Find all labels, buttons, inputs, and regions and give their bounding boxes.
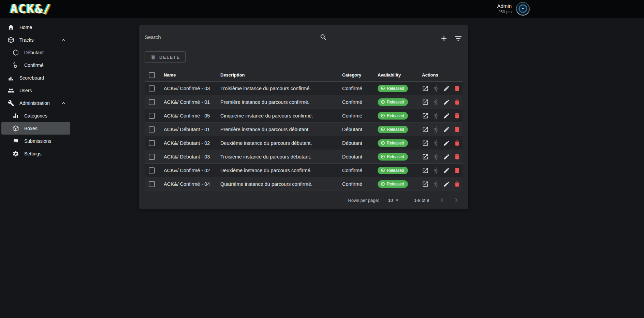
row-category: Confirmé xyxy=(342,86,378,91)
status-badge-label: Released xyxy=(387,86,404,91)
sidebar-item-label: Categories xyxy=(24,113,47,119)
sidebar-item-categories[interactable]: Categories xyxy=(1,109,70,122)
app-logo[interactable]: ACK&/ xyxy=(10,2,51,16)
table-row[interactable]: ACK&/ Confirmé - 03 Troisième instance d… xyxy=(145,82,463,95)
walkthrough-button[interactable] xyxy=(433,85,439,92)
table-row[interactable]: ACK&/ Débutant - 02 Deuxième instance du… xyxy=(145,136,463,150)
next-page-button[interactable] xyxy=(452,196,460,204)
table-row[interactable]: ACK&/ Confirmé - 05 Cinquième instance d… xyxy=(145,109,463,123)
row-category: Confirmé xyxy=(342,181,378,187)
open-in-new-icon xyxy=(422,112,429,119)
pencil-icon xyxy=(443,153,450,160)
sidebar-item-scoreboard[interactable]: Scoreboard xyxy=(1,71,70,84)
open-box-button[interactable] xyxy=(422,112,429,119)
edit-box-button[interactable] xyxy=(443,112,450,119)
sidebar-item-settings[interactable]: Settings xyxy=(1,147,70,160)
edit-box-button[interactable] xyxy=(443,126,450,133)
header-description: Description xyxy=(220,72,342,78)
status-badge: Released xyxy=(378,85,408,92)
sidebar-item-home[interactable]: Home xyxy=(1,21,70,33)
table-row[interactable]: ACK&/ Confirmé - 02 Deuxième instance du… xyxy=(145,164,463,177)
user-avatar[interactable] xyxy=(516,2,530,16)
walkthrough-button[interactable] xyxy=(433,126,439,133)
search-icon[interactable] xyxy=(320,33,327,41)
select-all-checkbox[interactable] xyxy=(149,72,155,78)
table-row[interactable]: ACK&/ Débutant - 03 Troisième instance d… xyxy=(145,150,463,164)
delete-selected-button[interactable]: DELETE xyxy=(145,51,186,63)
walk-icon xyxy=(433,126,439,133)
walkthrough-button[interactable] xyxy=(433,167,439,174)
delete-box-button[interactable] xyxy=(454,167,460,174)
row-checkbox[interactable] xyxy=(149,126,155,133)
row-category: Débutant xyxy=(342,127,378,132)
open-box-button[interactable] xyxy=(422,153,429,160)
previous-page-button[interactable] xyxy=(438,196,446,204)
delete-box-button[interactable] xyxy=(454,126,460,133)
row-checkbox[interactable] xyxy=(149,167,155,174)
walkthrough-button[interactable] xyxy=(433,140,439,147)
sidebar-item-label: Settings xyxy=(24,151,42,156)
sidebar-item-boxes[interactable]: Boxes xyxy=(1,122,70,135)
row-checkbox[interactable] xyxy=(149,99,155,105)
released-icon xyxy=(381,100,385,104)
delete-box-button[interactable] xyxy=(454,181,460,188)
edit-box-button[interactable] xyxy=(443,140,450,147)
sidebar-item-submissions[interactable]: Submissions xyxy=(1,135,70,147)
walk-icon xyxy=(433,167,439,174)
open-box-button[interactable] xyxy=(422,99,429,106)
open-in-new-icon xyxy=(422,140,429,147)
chart-bars-icon xyxy=(12,112,19,119)
delete-box-button[interactable] xyxy=(454,99,460,106)
sidebar-item-tracks[interactable]: Tracks xyxy=(1,33,70,46)
table-row[interactable]: ACK&/ Confirmé - 01 Première instance du… xyxy=(145,95,463,109)
open-box-button[interactable] xyxy=(422,167,429,174)
row-checkbox[interactable] xyxy=(149,85,155,92)
row-checkbox[interactable] xyxy=(149,154,155,160)
filter-button[interactable] xyxy=(454,34,463,43)
wrench-icon xyxy=(8,100,14,107)
open-box-button[interactable] xyxy=(422,181,429,188)
sidebar-item-confirme[interactable]: Confirmé xyxy=(1,59,70,71)
open-in-new-icon xyxy=(422,126,429,133)
status-badge: Released xyxy=(378,126,408,133)
row-checkbox[interactable] xyxy=(149,113,155,119)
table-row[interactable]: ACK&/ Débutant - 01 Première instance du… xyxy=(145,123,463,136)
open-box-button[interactable] xyxy=(422,140,429,147)
table-row[interactable]: ACK&/ Confirmé - 04 Quatrième instance d… xyxy=(145,177,463,191)
hexagon-icon xyxy=(12,49,19,56)
walkthrough-button[interactable] xyxy=(433,181,439,188)
sidebar-item-administration[interactable]: Administration xyxy=(1,97,70,109)
status-badge: Released xyxy=(378,112,408,120)
edit-box-button[interactable] xyxy=(443,85,450,92)
rows-per-page-select[interactable]: 10 xyxy=(388,197,400,204)
sidebar-item-users[interactable]: Users xyxy=(1,84,70,97)
trash-icon xyxy=(454,140,460,147)
walkthrough-button[interactable] xyxy=(433,99,439,106)
add-box-button[interactable] xyxy=(440,34,448,43)
sidebar-item-label: Tracks xyxy=(19,37,33,43)
edit-box-button[interactable] xyxy=(443,153,450,160)
edit-box-button[interactable] xyxy=(443,181,450,188)
edit-box-button[interactable] xyxy=(443,167,450,174)
delete-box-button[interactable] xyxy=(454,112,460,119)
row-checkbox[interactable] xyxy=(149,140,155,146)
edit-box-button[interactable] xyxy=(443,99,450,106)
delete-box-button[interactable] xyxy=(454,153,460,160)
pencil-icon xyxy=(443,140,450,147)
search-input[interactable] xyxy=(145,33,320,41)
walkthrough-button[interactable] xyxy=(433,153,439,160)
sidebar-item-debutant[interactable]: Débutant xyxy=(1,46,70,59)
row-checkbox[interactable] xyxy=(149,181,155,187)
walk-icon xyxy=(433,153,439,160)
delete-box-button[interactable] xyxy=(454,85,460,92)
row-name: ACK&/ Débutant - 01 xyxy=(164,127,220,132)
trash-icon xyxy=(454,167,460,174)
open-box-button[interactable] xyxy=(422,126,429,133)
released-icon xyxy=(381,113,385,118)
flag-icon xyxy=(12,138,19,144)
open-box-button[interactable] xyxy=(422,85,429,92)
row-name: ACK&/ Confirmé - 05 xyxy=(164,113,220,119)
delete-box-button[interactable] xyxy=(454,140,460,147)
sidebar-item-label: Users xyxy=(19,88,32,93)
walkthrough-button[interactable] xyxy=(433,112,439,119)
